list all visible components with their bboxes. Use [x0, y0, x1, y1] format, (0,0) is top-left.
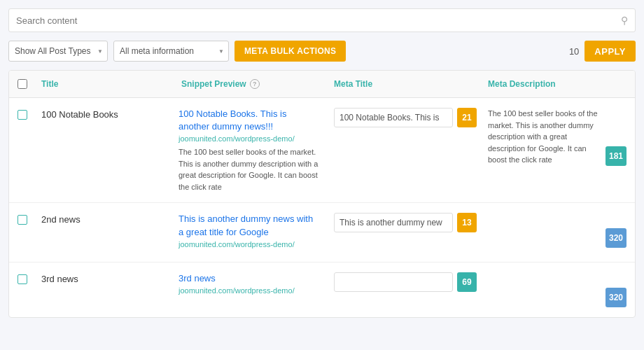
snippet-col-2: 3rd news joomunited.com/wordpress-demo/: [176, 272, 328, 298]
meta-title-count-1: 13: [457, 213, 477, 232]
snippet-url-2: joomunited.com/wordpress-demo/: [178, 286, 320, 295]
content-table: Title Snippet Preview ? Meta Title Meta …: [8, 70, 636, 318]
col-meta-title-header: Meta Title: [328, 76, 482, 92]
row-checkbox-col-2: [9, 272, 36, 284]
meta-desc-count-0: 181: [606, 146, 626, 166]
meta-desc-col-2: 320: [482, 272, 635, 307]
meta-desc-count-1: 320: [606, 228, 626, 248]
meta-title-col-2: 69: [328, 272, 482, 292]
snippet-col-1: This is another dummy news with a great …: [176, 213, 328, 251]
meta-filter-select-wrap: All meta information Missing meta title …: [113, 41, 229, 62]
row-checkbox-1[interactable]: [18, 215, 27, 225]
snippet-url-0: joomunited.com/wordpress-demo/: [178, 134, 320, 143]
table-body: 100 Notable Books 100 Notable Books. Thi…: [9, 98, 635, 317]
meta-desc-badge-wrap-2: 320: [606, 288, 626, 307]
meta-title-input-2[interactable]: [334, 272, 453, 292]
row-title-1: 2nd news: [36, 213, 176, 225]
row-title-0: 100 Notable Books: [36, 108, 176, 120]
table-row: 2nd news This is another dummy news with…: [9, 203, 635, 262]
search-bar: ⚲: [8, 8, 636, 32]
meta-title-count-2: 69: [457, 272, 477, 292]
meta-title-col-1: 13: [328, 213, 482, 232]
snippet-col-0: 100 Notable Books. This is another dummy…: [176, 108, 328, 192]
snippet-headline-1[interactable]: This is another dummy news with a great …: [178, 213, 320, 238]
row-checkbox-0[interactable]: [18, 110, 27, 120]
meta-title-input-1[interactable]: [334, 213, 453, 232]
table-header: Title Snippet Preview ? Meta Title Meta …: [9, 71, 635, 98]
snippet-url-1: joomunited.com/wordpress-demo/: [178, 240, 320, 248]
toolbar-right: 10 APPLY: [569, 41, 636, 62]
meta-filter-select[interactable]: All meta information Missing meta title …: [113, 41, 229, 62]
meta-title-count-0: 21: [457, 108, 477, 127]
table-row: 100 Notable Books 100 Notable Books. Thi…: [9, 98, 635, 203]
meta-desc-count-2: 320: [606, 288, 626, 307]
apply-button[interactable]: APPLY: [584, 41, 636, 62]
snippet-desc-0: The 100 best seller books of the market.…: [178, 146, 320, 192]
bulk-actions-button[interactable]: META BULK ACTIONS: [234, 41, 346, 62]
meta-title-input-0[interactable]: [334, 108, 453, 127]
col-meta-desc-header: Meta Description: [482, 76, 635, 92]
row-checkbox-2[interactable]: [18, 274, 27, 284]
table-row: 3rd news 3rd news joomunited.com/wordpre…: [9, 262, 635, 317]
meta-desc-badge-wrap-0: 181: [606, 146, 626, 166]
page-count: 10: [569, 46, 579, 57]
col-title-header: Title: [36, 76, 176, 92]
meta-desc-badge-wrap-1: 320: [606, 228, 626, 248]
select-all-checkbox[interactable]: [18, 79, 27, 89]
page-wrapper: ⚲ Show All Post Types Posts Pages All me…: [0, 0, 644, 350]
search-input[interactable]: [16, 15, 621, 26]
header-checkbox-col: [9, 79, 36, 89]
search-icon: ⚲: [621, 15, 628, 26]
row-checkbox-col-1: [9, 213, 36, 225]
col-snippet-header: Snippet Preview ?: [176, 76, 328, 92]
post-type-select[interactable]: Show All Post Types Posts Pages: [8, 41, 108, 62]
toolbar: Show All Post Types Posts Pages All meta…: [8, 41, 636, 62]
meta-title-col-0: 21: [328, 108, 482, 127]
meta-desc-col-0: The 100 best seller books of the market.…: [482, 108, 635, 166]
snippet-headline-0[interactable]: 100 Notable Books. This is another dummy…: [178, 108, 320, 133]
meta-desc-col-1: 320: [482, 213, 635, 248]
row-title-2: 3rd news: [36, 272, 176, 284]
snippet-help-icon[interactable]: ?: [250, 79, 260, 89]
snippet-headline-2[interactable]: 3rd news: [178, 272, 320, 285]
post-type-select-wrap: Show All Post Types Posts Pages: [8, 41, 108, 62]
row-checkbox-col-0: [9, 108, 36, 120]
